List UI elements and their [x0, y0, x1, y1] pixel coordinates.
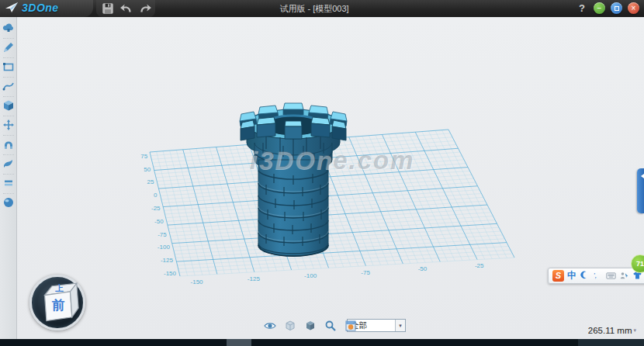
grid-tick-label: 50 — [135, 166, 151, 173]
grid-tick-label: -50 — [418, 265, 428, 272]
sketch-brush-icon[interactable] — [2, 41, 15, 54]
soft-keyboard-icon[interactable] — [606, 271, 616, 281]
measurement-value: 265.11 mm — [588, 326, 632, 335]
minimize-button[interactable]: − — [594, 2, 605, 14]
grid-tick-label: -150 — [191, 279, 203, 285]
ime-mode-button[interactable]: 中 — [567, 269, 576, 282]
visibility-eye-icon[interactable] — [264, 320, 276, 332]
sidebar-separator — [3, 174, 14, 175]
grid-tick-label: -100 — [154, 244, 170, 251]
grid-tick-label: -125 — [248, 275, 260, 282]
flyout-arrow-icon — [639, 174, 644, 178]
sidebar-separator — [3, 154, 14, 155]
list-bars-icon[interactable] — [2, 177, 15, 189]
app-logo-text: 3DOne — [22, 2, 59, 14]
view-cube-front-label: 前 — [51, 298, 65, 312]
help-button[interactable]: ? — [576, 2, 588, 14]
ime-toolbar: S 中 ’, — [548, 268, 644, 284]
sketch-shape-icon[interactable] — [2, 61, 15, 73]
sketch-edit-icon[interactable] — [2, 80, 15, 92]
grid-tick-label: -100 — [304, 272, 317, 279]
measurement-status[interactable]: 265.11 mm ▾ — [588, 326, 636, 335]
grid-tick-label: -50 — [148, 218, 164, 225]
app-logo: 3DOne — [5, 2, 59, 14]
grid-tick-label: -150 — [161, 270, 176, 277]
sidebar-separator — [3, 193, 14, 194]
measurement-caret-icon: ▾ — [633, 327, 636, 334]
title-bar: 3DOne 试用版 - [模型003] ? − × — [0, 0, 644, 17]
punctuation-icon[interactable]: ’, — [593, 271, 603, 281]
save-icon[interactable] — [101, 2, 115, 16]
taskbar-segment — [578, 339, 644, 346]
panel-flyout-tab[interactable] — [637, 168, 644, 213]
restore-icon — [615, 6, 619, 11]
close-button[interactable]: × — [628, 2, 639, 14]
handwriting-icon[interactable] — [619, 271, 629, 281]
fullwidth-moon-icon[interactable] — [580, 271, 590, 281]
undo-button[interactable] — [119, 2, 133, 16]
assembly-magnet-icon[interactable] — [2, 138, 15, 151]
taskbar-edge — [0, 339, 644, 346]
save-button[interactable] — [101, 2, 115, 16]
grid-tick-label: -75 — [151, 231, 167, 238]
transparent-cube-icon[interactable] — [284, 320, 296, 332]
left-toolbar — [0, 17, 17, 339]
material-sphere-icon[interactable] — [2, 196, 15, 209]
sidebar-separator — [3, 77, 14, 78]
redo-icon[interactable] — [138, 2, 152, 16]
community-bird-icon[interactable] — [2, 157, 15, 170]
sidebar-separator — [3, 38, 14, 39]
redo-button[interactable] — [138, 2, 152, 16]
solid-cube-icon[interactable] — [304, 320, 317, 332]
grid-tick-label: -25 — [145, 205, 161, 212]
sidebar-separator — [3, 116, 14, 116]
render-material-icon[interactable] — [345, 320, 357, 332]
grid-tick-label: 75 — [132, 153, 147, 160]
sidebar-separator — [3, 135, 14, 136]
display-toolbar — [264, 318, 357, 334]
view-cube[interactable]: 上 前 — [29, 275, 85, 330]
grid-tick-label: -75 — [361, 269, 370, 276]
notification-badge[interactable]: 71 — [631, 254, 644, 273]
dropdown-arrow-icon[interactable]: ▾ — [395, 320, 405, 331]
ime-logo-button[interactable]: S — [552, 270, 564, 282]
viewport-canvas[interactable]: i3DOne.com 上 前 全部 ▾ 265.11 mm ▾ S 中 ’, 7… — [17, 17, 644, 339]
model-tower[interactable] — [235, 93, 351, 272]
view-cube-graphic: 上 前 — [32, 277, 83, 328]
paper-plane-icon — [5, 2, 19, 14]
window-title: 试用版 - [模型003] — [0, 0, 628, 17]
model-library-icon[interactable] — [2, 22, 15, 34]
move-transform-icon[interactable] — [2, 119, 15, 131]
grid-tick-label: -25 — [475, 262, 484, 269]
grid-tick-label: 25 — [138, 178, 154, 185]
zoom-magnifier-icon[interactable] — [324, 320, 337, 332]
taskbar-segment — [227, 339, 251, 346]
solid-feature-icon[interactable] — [2, 99, 15, 112]
svg-text:’,: ’, — [594, 272, 597, 279]
grid-tick-label: 0 — [141, 192, 157, 199]
undo-icon[interactable] — [119, 2, 133, 16]
sidebar-separator — [3, 57, 14, 58]
view-cube-top-label: 上 — [55, 283, 64, 292]
sidebar-separator — [3, 96, 14, 97]
grid-tick-label: -125 — [158, 257, 173, 264]
quick-toolbar — [101, 2, 152, 16]
restore-button[interactable] — [611, 2, 622, 14]
